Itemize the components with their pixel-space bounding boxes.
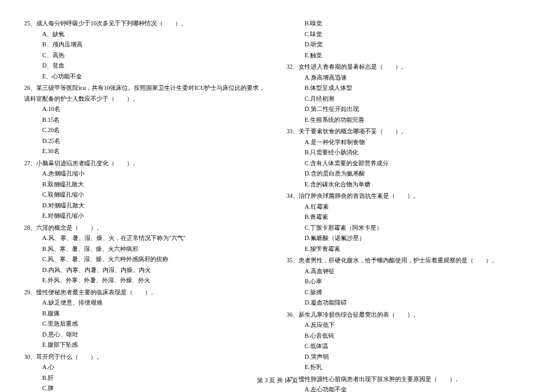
right-column: B.嗅觉 C.味觉 D.听觉 E.触觉 32、女性进入青春期的显著标志是（ ）。… bbox=[287, 18, 531, 368]
option: E.触觉 bbox=[287, 50, 531, 61]
question-31-continued: B.嗅觉 C.味觉 D.听觉 E.触觉 bbox=[287, 18, 531, 60]
option: D.听觉 bbox=[287, 39, 531, 50]
question-text: 35、患者男性，肝硬化腹水，给予螺内酯使用，护士应着重观察的是（ ）。 bbox=[287, 255, 531, 266]
option: A.反应低下 bbox=[287, 320, 531, 330]
option: E.生殖系统的功能完善 bbox=[287, 115, 531, 125]
option: B.心率 bbox=[287, 276, 531, 287]
option: C.20名 bbox=[24, 125, 268, 136]
option: A.缺乏便意、排便艰难 bbox=[24, 297, 268, 308]
question-27: 27、小脑幕切迹疝患者瞳孔变化（ ）。 A.患侧瞳孔缩小 B.双侧瞳孔散大 C.… bbox=[24, 158, 268, 221]
option: E.拒乳 bbox=[287, 362, 531, 373]
option: A.左心功能不全 bbox=[287, 384, 531, 392]
option: B.15名 bbox=[24, 115, 268, 125]
option: A.患侧瞳孔缩小 bbox=[24, 168, 268, 179]
question-text: 29、慢性便秘患者最主要的临床表现是（ ）。 bbox=[24, 287, 268, 298]
question-text: 28、六淫的概念是（ ）。 bbox=[24, 223, 268, 233]
option: A.风、寒、暑、湿、燥、火，在正常情况下称为"六气" bbox=[24, 233, 268, 244]
option: C、高热 bbox=[24, 50, 268, 61]
option: E.30名 bbox=[24, 146, 268, 157]
option: A.高血钾征 bbox=[287, 266, 531, 277]
option: E.外风、外寒、外暑、外湿、外燥、外火 bbox=[24, 275, 268, 286]
option: E.对侧瞳孔缩小 bbox=[24, 210, 268, 221]
option: C.含有人体需要的全部营养成分 bbox=[287, 158, 531, 169]
question-text: 30、耳开窍于什么（ ）。 bbox=[24, 352, 268, 362]
option: C.双侧瞳孔缩小 bbox=[24, 189, 268, 200]
option: D.恶心、呕吐 bbox=[24, 329, 268, 340]
question-28: 28、六淫的概念是（ ）。 A.风、寒、暑、湿、燥、火，在正常情况下称为"六气"… bbox=[24, 223, 268, 286]
question-33: 33、关于要素饮食的概念哪项不妥（ ）。 A.是一种化学精制食物 B.只需要经小… bbox=[287, 126, 531, 189]
option: D.25名 bbox=[24, 136, 268, 147]
question-34: 34、治疗肿炎球菌肺炎的首选抗生素是（ ）。 A.红霉素 B.青霉素 C.丁胺卡… bbox=[287, 191, 531, 254]
option: B.风、寒、暑、湿、燥、火六种病邪 bbox=[24, 244, 268, 254]
option: A.是一种化学精制食物 bbox=[287, 137, 531, 148]
question-text: 27、小脑幕切迹疝患者瞳孔变化（ ）。 bbox=[24, 158, 268, 169]
option: B.只需要经小肠消化 bbox=[287, 147, 531, 158]
page-footer: 第 3 页 共 16 页 bbox=[0, 376, 555, 385]
question-text: 34、治疗肿炎球菌肺炎的首选抗生素是（ ）。 bbox=[287, 191, 531, 201]
option: C.风、寒、暑、湿、燥、火六种外感病邪的统称 bbox=[24, 254, 268, 265]
option: B.心音低钝 bbox=[287, 330, 531, 341]
option: A.心 bbox=[24, 362, 268, 373]
question-text: 32、女性进入青春期的显著标志是（ ）。 bbox=[287, 62, 531, 72]
option: B.青霉素 bbox=[287, 212, 531, 223]
option: B.体型呈成人体型 bbox=[287, 83, 531, 93]
option: B.腹痛 bbox=[24, 308, 268, 319]
option: B.双侧瞳孔散大 bbox=[24, 179, 268, 190]
option: B.嗅觉 bbox=[287, 18, 531, 29]
option: B、颅内压增高 bbox=[24, 39, 268, 50]
option: D.对侧瞳孔散大 bbox=[24, 200, 268, 211]
question-text: 25、成人每分钟呼吸少于10次多见于下列哪种情况（ ）。 bbox=[24, 18, 268, 29]
question-30: 30、耳开窍于什么（ ）。 A.心 B.肝 C.脾 D.肺 E.肾 bbox=[24, 352, 268, 393]
option: D.第二性征开始出现 bbox=[287, 104, 531, 115]
option: E.腹部下坠感 bbox=[24, 340, 268, 350]
option: C.丁胺卡那霉素（阿米卡星） bbox=[287, 223, 531, 233]
option: D.哭声弱 bbox=[287, 352, 531, 362]
option: C.月经初潮 bbox=[287, 93, 531, 104]
option: C.里急后重感 bbox=[24, 318, 268, 329]
question-36: 36、新生儿寒冷损伤综合征最突出的表（ ）。 A.反应低下 B.心音低钝 C.低… bbox=[287, 309, 531, 373]
question-25: 25、成人每分钟呼吸少于10次多见于下列哪种情况（ ）。 A、缺氧 B、颅内压增… bbox=[24, 18, 268, 81]
option: D.凝血功能障碍 bbox=[287, 297, 531, 308]
option: D、贫血 bbox=[24, 60, 268, 71]
option: C.味觉 bbox=[287, 29, 531, 40]
question-26: 26、某三级甲等医院icu，共有10张床位。按照国家卫生计生委对ICU护士与床位… bbox=[24, 83, 268, 157]
question-text: 36、新生儿寒冷损伤综合征最突出的表（ ）。 bbox=[287, 309, 531, 320]
option: C.脉搏 bbox=[287, 287, 531, 298]
left-column: 25、成人每分钟呼吸少于10次多见于下列哪种情况（ ）。 A、缺氧 B、颅内压增… bbox=[24, 18, 268, 368]
option: A.身高增高迅速 bbox=[287, 72, 531, 83]
option: A、缺氧 bbox=[24, 29, 268, 40]
question-32: 32、女性进入青春期的显著标志是（ ）。 A.身高增高迅速 B.体型呈成人体型 … bbox=[287, 62, 531, 125]
option: D.氟哌酸（诺氟沙星） bbox=[287, 233, 531, 244]
document-content: 25、成人每分钟呼吸少于10次多见于下列哪种情况（ ）。 A、缺氧 B、颅内压增… bbox=[24, 18, 531, 368]
question-29: 29、慢性便秘患者最主要的临床表现是（ ）。 A.缺乏便意、排便艰难 B.腹痛 … bbox=[24, 287, 268, 350]
option: A.红霉素 bbox=[287, 201, 531, 212]
question-35: 35、患者男性，肝硬化腹水，给予螺内酯使用，护士应着重观察的是（ ）。 A.高血… bbox=[287, 255, 531, 308]
option: D.内风、内寒、内暑、内湿、内燥、内火 bbox=[24, 265, 268, 276]
option: C.低体温 bbox=[287, 341, 531, 352]
question-text: 26、某三级甲等医院icu，共有10张床位。按照国家卫生计生委对ICU护士与床位… bbox=[24, 83, 268, 104]
option: E、心功能不全 bbox=[24, 71, 268, 82]
option: E.羧苄青霉素 bbox=[287, 244, 531, 254]
option: D.含的蛋白质为氨基酸 bbox=[287, 168, 531, 179]
option: A.10名 bbox=[24, 104, 268, 115]
question-text: 33、关于要素饮食的概念哪项不妥（ ）。 bbox=[287, 126, 531, 137]
option: E.含的碳水化合物为单糖 bbox=[287, 179, 531, 190]
